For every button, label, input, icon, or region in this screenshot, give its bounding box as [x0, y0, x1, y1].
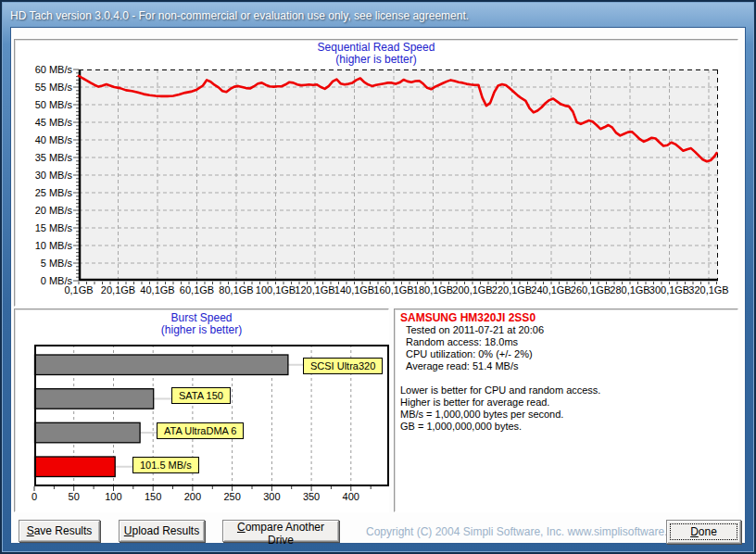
burst-bar-label: ATA UltraDMA 6	[157, 422, 244, 439]
drive-name: SAMSUNG HM320JI 2SS0	[398, 311, 734, 324]
seq-y-tick-label: 15 MB/s	[0, 222, 72, 234]
burst-bar	[35, 355, 288, 375]
seq-x-tick-label: 160,1GB	[372, 284, 415, 296]
drive-info-panel: SAMSUNG HM320JI 2SS0 Tested on 2011-07-2…	[394, 308, 738, 512]
burst-x-tick-label: 250	[217, 491, 248, 502]
seq-y-tick-label: 60 MB/s	[0, 64, 72, 76]
seq-x-tick-label: 180,1GB	[412, 284, 455, 296]
burst-x-tick-label: 200	[177, 491, 208, 502]
burst-x-tick-label: 0	[19, 491, 50, 502]
burst-bar-label: 101.5 MB/s	[132, 457, 199, 473]
window-title: HD Tach version 3.0.4.0 - For non-commer…	[10, 9, 469, 22]
note-line: Higher is better for average read.	[398, 397, 734, 409]
seq-x-tick-label: 200,1GB	[451, 284, 494, 296]
burst-bar	[35, 457, 116, 477]
seq-y-tick-label: 50 MB/s	[0, 99, 72, 111]
burst-bar-label: SATA 150	[171, 387, 231, 404]
seq-x-tick-label: 120,1GB	[294, 284, 336, 296]
note-line: GB = 1,000,000,000 bytes.	[398, 421, 734, 433]
cpu-utilization-line: CPU utilization: 0% (+/- 2%)	[398, 348, 734, 360]
burst-bar	[35, 422, 141, 443]
seq-y-tick-label: 55 MB/s	[0, 82, 72, 94]
sequential-read-plot	[79, 69, 718, 281]
sequential-x-axis-labels: 0,1GB20,1GB40,1GB60,1GB80,1GB100,1GB120,…	[79, 284, 718, 297]
seq-x-tick-label: 280,1GB	[609, 284, 651, 296]
seq-x-tick-label: 260,1GB	[570, 284, 612, 296]
burst-x-axis-labels: 050100150200250300350400	[34, 491, 389, 504]
upload-results-button[interactable]: Upload Results	[119, 520, 205, 542]
burst-bar	[35, 389, 154, 409]
burst-x-tick-label: 150	[137, 491, 169, 502]
seq-x-tick-label: 220,1GB	[491, 284, 534, 296]
burst-x-tick-label: 50	[58, 491, 90, 502]
compare-another-drive-button[interactable]: Compare Another Drive	[222, 520, 339, 542]
note-line: Lower is better for CPU and random acces…	[398, 384, 734, 397]
seq-y-tick-label: 40 MB/s	[0, 134, 72, 146]
seq-x-tick-label: 140,1GB	[334, 284, 376, 296]
sequential-y-axis-labels: 60 MB/s55 MB/s50 MB/s45 MB/s40 MB/s35 MB…	[0, 69, 72, 281]
title-bar[interactable]: HD Tach version 3.0.4.0 - For non-commer…	[3, 3, 753, 27]
copyright-text: Copyright (C) 2004 Simpli Software, Inc.…	[366, 525, 688, 538]
seq-y-tick-label: 45 MB/s	[0, 117, 72, 129]
seq-y-tick-label: 20 MB/s	[0, 205, 72, 217]
save-results-button[interactable]: Save Results	[19, 520, 100, 542]
burst-x-tick-label: 400	[335, 491, 367, 502]
tested-on-line: Tested on 2011-07-21 at 20:06	[398, 324, 734, 336]
done-button[interactable]: Done	[666, 520, 741, 544]
burst-x-tick-label: 350	[296, 491, 327, 502]
average-read-line: Average read: 51.4 MB/s	[398, 360, 734, 372]
seq-y-tick-label: 5 MB/s	[0, 258, 72, 270]
seq-y-tick-label: 25 MB/s	[0, 187, 72, 199]
seq-x-tick-label: 40,1GB	[136, 284, 179, 296]
seq-x-tick-label: 0,1GB	[57, 284, 100, 296]
sequential-chart-subtitle: (higher is better)	[14, 54, 738, 66]
seq-x-tick-label: 100,1GB	[255, 284, 297, 296]
seq-x-tick-label: 60,1GB	[176, 284, 219, 296]
seq-y-tick-label: 30 MB/s	[0, 170, 72, 182]
note-line: MB/s = 1,000,000 bytes per second.	[398, 409, 734, 421]
random-access-line: Random access: 18.0ms	[398, 336, 734, 348]
seq-x-tick-label: 80,1GB	[215, 284, 258, 296]
hdtach-window: HD Tach version 3.0.4.0 - For non-commer…	[0, 0, 756, 554]
seq-x-tick-label: 20,1GB	[97, 284, 140, 296]
burst-bar-label: SCSI Ultra320	[303, 358, 383, 374]
benchmark-notes: Lower is better for CPU and random acces…	[398, 384, 734, 433]
seq-y-tick-label: 10 MB/s	[0, 240, 72, 252]
seq-y-tick-label: 35 MB/s	[0, 152, 72, 164]
seq-x-tick-label: 240,1GB	[530, 284, 573, 296]
burst-x-tick-label: 300	[256, 491, 287, 502]
seq-x-tick-label: 300,1GB	[649, 284, 691, 296]
burst-chart-subtitle: (higher is better)	[14, 324, 389, 336]
burst-x-tick-label: 100	[97, 491, 129, 502]
seq-x-tick-label: 320,1GB	[687, 284, 730, 296]
